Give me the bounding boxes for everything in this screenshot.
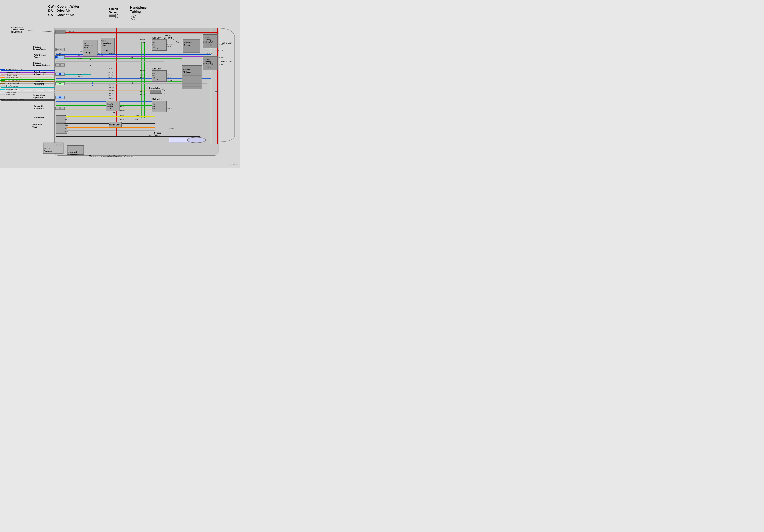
svg-text:Valve: Valve [109, 11, 116, 14]
svg-text:3/16 CL: 3/16 CL [167, 74, 173, 76]
svg-text:Valve: Valve [101, 44, 106, 46]
svg-text:CA – Coolant Air: CA – Coolant Air [48, 13, 74, 17]
svg-text:Assembly: Assembly [203, 61, 211, 63]
svg-text:Kink Valve: Kink Valve [152, 68, 161, 70]
svg-text:1/8 RD: 1/8 RD [140, 90, 145, 92]
svg-text:Chip Air (Optional): Chip Air (Optional) [6, 82, 19, 84]
svg-text:▼: ▼ [88, 51, 91, 54]
svg-text:Bleed Off: Bleed Off [164, 37, 172, 39]
svg-text:▼: ▼ [86, 51, 88, 54]
svg-text:▲: ▲ [156, 108, 158, 111]
svg-point-127 [59, 64, 61, 66]
svg-text:Proportional: Proportional [101, 42, 111, 44]
svg-text:Pilot Air: Pilot Air [6, 74, 11, 76]
svg-text:▼: ▼ [105, 50, 108, 52]
svg-text:Pilot Water: Pilot Water [6, 77, 14, 79]
svg-text:◄: ◄ [89, 65, 91, 67]
svg-text:Interface: Interface [183, 68, 190, 70]
svg-text:◄: ◄ [91, 84, 93, 87]
svg-text:5/16 CL: 5/16 CL [78, 58, 84, 60]
svg-text:Coolant Air: Coolant Air [34, 81, 44, 83]
svg-text:3/16 CL: 3/16 CL [56, 48, 62, 50]
svg-text:Push to Open: Push to Open [221, 42, 232, 44]
svg-text:Drive Air: Drive Air [33, 62, 41, 64]
svg-text:Separator: Separator [44, 150, 52, 152]
svg-text:1/8 BL: 1/8 BL [108, 68, 112, 69]
svg-text:▲: ▲ [113, 110, 115, 113]
svg-text:Syringe: Syringe [154, 132, 161, 134]
svg-point-220 [187, 137, 206, 143]
svg-text:1/8 RD: 1/8 RD [109, 84, 114, 86]
svg-text:1/8 BL: 1/8 BL [56, 52, 61, 54]
svg-text:1/8 BK: 1/8 BK [64, 122, 68, 124]
svg-text:1/8 YL: 1/8 YL [120, 115, 124, 117]
svg-text:1/8 GN: 1/8 GN [140, 39, 145, 40]
svg-text:Air / Oil: Air / Oil [44, 147, 50, 149]
svg-text:Shuttle Valve: Shuttle Valve [109, 124, 120, 126]
schematic-svg: CW – Coolant Water DA – Drive Air CA – C… [0, 0, 240, 168]
svg-text:1/8 YL: 1/8 YL [64, 119, 68, 120]
svg-text:◄: ◄ [91, 82, 93, 84]
svg-text:1/8 RD: 1/8 RD [13, 74, 17, 76]
svg-text:Flex Arm Brake: Flex Arm Brake [6, 99, 17, 100]
svg-text:1/8 PR: 1/8 PR [207, 64, 212, 66]
svg-text:1/8 BK: 1/8 BK [64, 131, 68, 132]
svg-text:3/16 CL: 3/16 CL [167, 108, 173, 109]
svg-text:Water Bypass: Water Bypass [34, 71, 46, 73]
svg-text:Check: Check [109, 7, 118, 11]
svg-text:1/8 BL: 1/8 BL [64, 128, 68, 129]
svg-text:1/8 CL: 1/8 CL [167, 46, 172, 48]
svg-text:DA: DA [152, 44, 155, 46]
svg-text:Adjustment: Adjustment [34, 73, 44, 75]
svg-text:3/16 CL: 3/16 CL [140, 74, 145, 76]
svg-text:1/8 WH: 1/8 WH [11, 91, 16, 93]
svg-text:Drive Air: Drive Air [33, 46, 41, 48]
svg-text:1/8 OR: 1/8 OR [16, 77, 21, 79]
svg-text:◄: ◄ [131, 56, 133, 59]
svg-text:Check Valve: Check Valve [149, 87, 160, 89]
svg-text:Valve: Valve [32, 126, 37, 128]
svg-text:3/16 CL: 3/16 CL [78, 51, 84, 52]
svg-text:3/16 CL: 3/16 CL [13, 85, 18, 87]
svg-text:5/16 CL: 5/16 CL [109, 52, 114, 54]
svg-text:1/8 RD: 1/8 RD [69, 31, 74, 32]
svg-text:1/8 OR: 1/8 OR [135, 115, 139, 117]
svg-text:1/8 CL: 1/8 CL [109, 92, 113, 94]
svg-text:Sensor: Sensor [184, 44, 190, 46]
svg-text:Drive Air: Drive Air [6, 85, 12, 87]
svg-text:1/8 RD: 1/8 RD [214, 91, 218, 93]
svg-text:1/8 CL: 1/8 CL [109, 98, 113, 99]
svg-text:3/16 CL: 3/16 CL [169, 127, 174, 129]
svg-text:Brake Valve: Brake Valve [34, 117, 44, 119]
svg-text:1/8 BL: 1/8 BL [109, 95, 113, 97]
svg-text:1/8 YL: 1/8 YL [64, 115, 68, 117]
svg-text:3/16 CL: 3/16 CL [140, 42, 145, 43]
svg-text:Bypass Toggle: Bypass Toggle [33, 48, 46, 50]
svg-text:1/8 GN: 1/8 GN [140, 69, 145, 71]
svg-text:Tubing: Tubing [130, 10, 141, 13]
svg-text:PC Board: PC Board [183, 71, 191, 73]
svg-text:1/8 CL: 1/8 CL [207, 67, 212, 68]
svg-text:Pressure: Pressure [184, 42, 192, 44]
svg-text:1/4 TL: 1/4 TL [14, 89, 18, 90]
svg-text:▲: ▲ [156, 47, 158, 50]
svg-text:◄: ◄ [131, 82, 133, 84]
svg-text:1/8 PR: 1/8 PR [108, 71, 113, 73]
svg-point-139 [59, 96, 61, 98]
svg-text:1/8 BK: 1/8 BK [20, 99, 25, 100]
svg-text:Spare: Spare [6, 91, 10, 93]
svg-text:DA: DA [152, 75, 155, 77]
svg-text:Toggle: Toggle [34, 56, 40, 58]
svg-rect-98 [150, 90, 161, 94]
svg-text:1/8 PR: 1/8 PR [167, 80, 172, 81]
svg-text:CW: CW [152, 107, 155, 109]
svg-text:Syringe Water: Syringe Water [33, 94, 45, 96]
svg-text:Drive Air: Drive Air [106, 103, 113, 105]
svg-text:Kink Valve: Kink Valve [152, 98, 161, 100]
svg-text:1/8 BL: 1/8 BL [20, 69, 24, 70]
svg-text:Kink Valve: Kink Valve [152, 37, 161, 39]
svg-text:Tubing: Tubing [154, 134, 160, 136]
svg-text:CA: CA [152, 42, 155, 44]
svg-text:1/8 GN: 1/8 GN [109, 90, 114, 91]
svg-text:1/8 BL: 1/8 BL [78, 76, 83, 77]
